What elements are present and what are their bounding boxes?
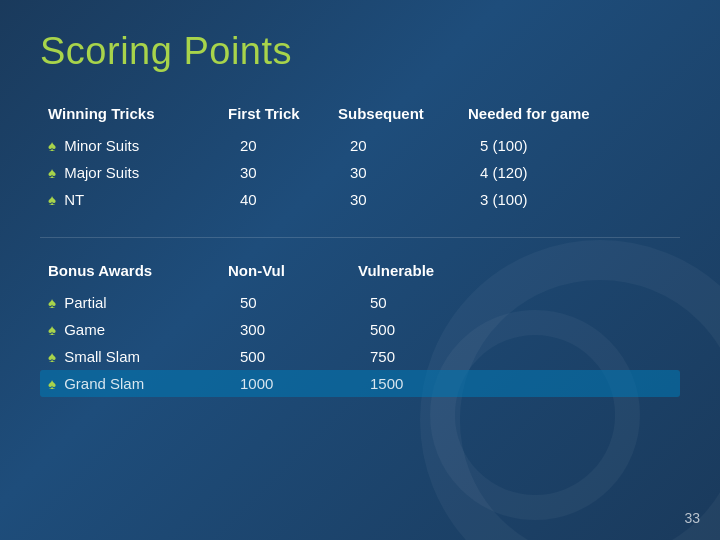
subsequent-value: 30 <box>330 186 460 213</box>
table-row: ♠ Grand Slam 1000 1500 <box>40 370 680 397</box>
table-row: ♠ NT 40 30 3 (100) <box>40 186 680 213</box>
winning-tricks-table: Winning Tricks First Trick Subsequent Ne… <box>40 101 680 213</box>
spade-icon: ♠ <box>48 191 56 208</box>
suit-cell: ♠ Minor Suits <box>40 132 220 159</box>
bonus-awards-table: Bonus Awards Non-Vul Vulnerable ♠ Partia… <box>40 258 680 397</box>
winning-tricks-header-row: Winning Tricks First Trick Subsequent Ne… <box>40 101 680 132</box>
nonvul-value: 500 <box>220 343 350 370</box>
bonus-name: Small Slam <box>64 348 140 365</box>
vul-value: 1500 <box>350 370 680 397</box>
bonus-name-cell: ♠ Small Slam <box>40 343 220 370</box>
col-header-bonus: Bonus Awards <box>40 258 220 289</box>
first-trick-value: 30 <box>220 159 330 186</box>
suit-name: Major Suits <box>64 164 139 181</box>
suit-cell: ♠ Major Suits <box>40 159 220 186</box>
col-header-vul: Vulnerable <box>350 258 680 289</box>
subsequent-value: 20 <box>330 132 460 159</box>
table-row: ♠ Major Suits 30 30 4 (120) <box>40 159 680 186</box>
nonvul-value: 1000 <box>220 370 350 397</box>
vul-value: 750 <box>350 343 680 370</box>
bonus-name: Game <box>64 321 105 338</box>
spade-icon: ♠ <box>48 294 56 311</box>
slide-container: Scoring Points Winning Tricks First Tric… <box>0 0 720 540</box>
page-title: Scoring Points <box>40 30 680 73</box>
first-trick-value: 40 <box>220 186 330 213</box>
needed-value: 3 (100) <box>460 186 680 213</box>
bonus-name-cell: ♠ Grand Slam <box>40 370 220 397</box>
bonus-name: Partial <box>64 294 107 311</box>
col-header-winning: Winning Tricks <box>40 101 220 132</box>
col-header-subsequent: Subsequent <box>330 101 460 132</box>
spade-icon: ♠ <box>48 375 56 392</box>
spade-icon: ♠ <box>48 348 56 365</box>
first-trick-value: 20 <box>220 132 330 159</box>
needed-value: 5 (100) <box>460 132 680 159</box>
suit-name: NT <box>64 191 84 208</box>
col-header-needed: Needed for game <box>460 101 680 132</box>
table-row: ♠ Minor Suits 20 20 5 (100) <box>40 132 680 159</box>
bonus-header-row: Bonus Awards Non-Vul Vulnerable <box>40 258 680 289</box>
suit-cell: ♠ NT <box>40 186 220 213</box>
table-row: ♠ Partial 50 50 <box>40 289 680 316</box>
spade-icon: ♠ <box>48 164 56 181</box>
page-number: 33 <box>684 510 700 526</box>
vul-value: 50 <box>350 289 680 316</box>
suit-name: Minor Suits <box>64 137 139 154</box>
nonvul-value: 50 <box>220 289 350 316</box>
subsequent-value: 30 <box>330 159 460 186</box>
col-header-nonvul: Non-Vul <box>220 258 350 289</box>
needed-value: 4 (120) <box>460 159 680 186</box>
bonus-name-cell: ♠ Partial <box>40 289 220 316</box>
vul-value: 500 <box>350 316 680 343</box>
bonus-name: Grand Slam <box>64 375 144 392</box>
spade-icon: ♠ <box>48 321 56 338</box>
bonus-name-cell: ♠ Game <box>40 316 220 343</box>
col-header-first: First Trick <box>220 101 330 132</box>
section-divider <box>40 237 680 238</box>
nonvul-value: 300 <box>220 316 350 343</box>
table-row: ♠ Small Slam 500 750 <box>40 343 680 370</box>
table-row: ♠ Game 300 500 <box>40 316 680 343</box>
spade-icon: ♠ <box>48 137 56 154</box>
